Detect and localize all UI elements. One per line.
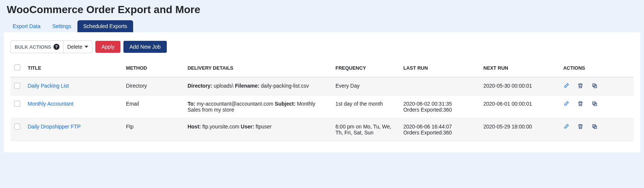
trash-icon[interactable]: [577, 83, 583, 89]
job-next-run: 2020-06-01 00:00:01: [480, 95, 559, 118]
header-next-run: NEXT RUN: [480, 59, 559, 77]
job-frequency: Every Day: [332, 77, 399, 95]
table-row: Daily Dropshipper FTP Ftp Host: ftp.your…: [10, 118, 634, 141]
select-all-header: [10, 59, 24, 77]
copy-icon[interactable]: [592, 83, 598, 89]
job-last-run: 2020-06-02 00:31:35 Orders Exported:360: [399, 95, 479, 118]
job-frequency: 1st day of the month: [332, 95, 399, 118]
row-actions: [563, 124, 630, 130]
row-actions: [563, 83, 630, 89]
table-row: Monthly Accountant Email To: my-accounta…: [10, 95, 634, 118]
chevron-down-icon: [85, 45, 88, 49]
edit-icon[interactable]: [563, 124, 569, 130]
job-frequency: 6:00 pm on Mo, Tu, We, Th, Fri, Sat, Sun: [332, 118, 399, 141]
header-frequency: FREQUENCY: [332, 59, 399, 77]
toolbar: BULK ACTIONS ? Delete Apply Add New Job: [10, 40, 634, 53]
copy-icon[interactable]: [592, 124, 598, 130]
job-delivery: Directory: uploads\ Filename: daily-pack…: [184, 77, 332, 95]
header-actions: ACTIONS: [559, 59, 634, 77]
bulk-actions-text: BULK ACTIONS: [15, 44, 51, 50]
row-checkbox[interactable]: [14, 101, 20, 107]
add-new-job-button[interactable]: Add New Job: [123, 41, 166, 53]
job-method: Directory: [122, 77, 184, 95]
job-delivery: Host: ftp.yoursite.com User: ftpuser: [184, 118, 332, 141]
job-last-run: [399, 77, 479, 95]
header-delivery: DELIVERY DETAILS: [184, 59, 332, 77]
tab-settings[interactable]: Settings: [46, 20, 77, 32]
job-next-run: 2020-05-29 18:00:00: [480, 118, 559, 141]
tab-export-data[interactable]: Export Data: [7, 20, 46, 32]
header-last-run: LAST RUN: [399, 59, 479, 77]
row-checkbox[interactable]: [14, 124, 20, 130]
table-row: Daily Packing List Directory Directory: …: [10, 77, 634, 95]
jobs-table: TITLE METHOD DELIVERY DETAILS FREQUENCY …: [10, 59, 634, 141]
row-checkbox[interactable]: [14, 83, 20, 89]
help-icon[interactable]: ?: [53, 44, 59, 50]
job-title-link[interactable]: Daily Packing List: [28, 83, 69, 89]
job-title-link[interactable]: Monthly Accountant: [28, 101, 73, 107]
page-title: WooCommerce Order Export and More: [7, 4, 640, 16]
job-title-link[interactable]: Daily Dropshipper FTP: [28, 124, 81, 130]
job-last-run: 2020-06-06 16:44:07 Orders Exported:360: [399, 118, 479, 141]
bulk-action-selected: Delete: [67, 44, 82, 50]
edit-icon[interactable]: [563, 83, 569, 89]
copy-icon[interactable]: [592, 101, 598, 107]
row-actions: [563, 101, 630, 107]
select-all-checkbox[interactable]: [14, 64, 20, 70]
job-method: Ftp: [122, 118, 184, 141]
job-next-run: 2020-05-30 00:00:01: [480, 77, 559, 95]
trash-icon[interactable]: [577, 124, 583, 130]
scheduled-exports-panel: BULK ACTIONS ? Delete Apply Add New Job …: [4, 32, 640, 152]
job-method: Email: [122, 95, 184, 118]
edit-icon[interactable]: [563, 101, 569, 107]
tabs-bar: Export Data Settings Scheduled Exports: [7, 20, 640, 32]
apply-button[interactable]: Apply: [95, 41, 120, 53]
header-title: TITLE: [24, 59, 122, 77]
bulk-actions-label: BULK ACTIONS ?: [10, 40, 64, 53]
trash-icon[interactable]: [577, 101, 583, 107]
job-delivery: To: my-accountant@accountant.com Subject…: [184, 95, 332, 118]
tab-scheduled-exports[interactable]: Scheduled Exports: [77, 20, 134, 32]
bulk-action-select[interactable]: Delete: [64, 40, 92, 53]
header-method: METHOD: [122, 59, 184, 77]
